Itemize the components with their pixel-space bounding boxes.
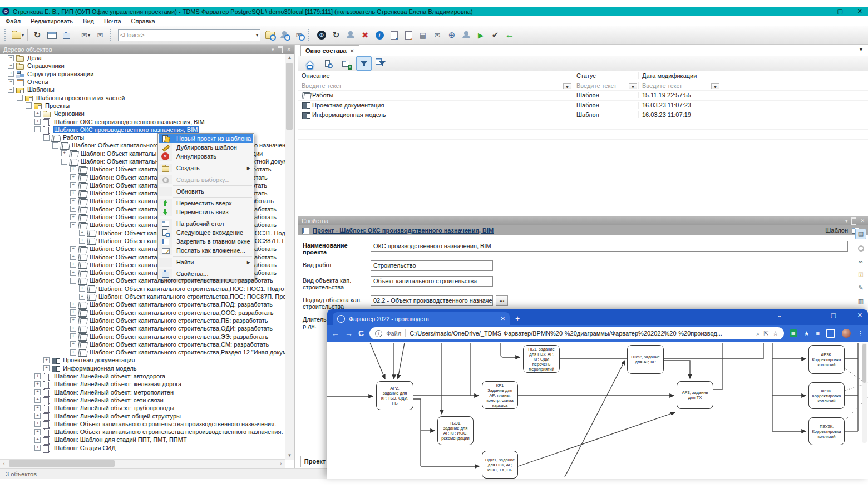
- expander-icon[interactable]: +: [43, 365, 50, 371]
- expander-icon[interactable]: −: [26, 102, 32, 109]
- kebab-menu-icon[interactable]: ⋮: [857, 330, 864, 337]
- tree-item[interactable]: +Шаблон: Объект капитального строительст…: [0, 348, 285, 356]
- refresh-button[interactable]: ↻: [30, 28, 45, 42]
- tree-item[interactable]: +Черновики: [0, 110, 285, 117]
- expander-icon[interactable]: +: [70, 326, 76, 332]
- search-combo[interactable]: <Поиск> ▾: [118, 29, 260, 41]
- browser-maximize-button[interactable]: ▢: [830, 312, 836, 319]
- send-mail-button[interactable]: ✉: [93, 28, 107, 42]
- expander-icon[interactable]: +: [8, 79, 14, 85]
- tree-item[interactable]: −Шаблон: ОКС производственного назначени…: [0, 126, 285, 134]
- tab-composition-window[interactable]: Окно состава ✕: [300, 45, 359, 56]
- expander-icon[interactable]: +: [70, 270, 76, 276]
- expander-icon[interactable]: −: [52, 142, 58, 149]
- toolbar-grip[interactable]: [4, 29, 8, 41]
- tree-item[interactable]: −Шаблоны проектов и их частей: [0, 93, 285, 101]
- expander-icon[interactable]: +: [70, 214, 76, 220]
- browse-button[interactable]: ...: [496, 295, 508, 306]
- expander-icon[interactable]: −: [70, 278, 76, 284]
- reload-button[interactable]: ↻: [329, 28, 343, 42]
- expander-icon[interactable]: −: [61, 159, 67, 165]
- context-menu-item[interactable]: Переместить вверх: [159, 199, 253, 208]
- links-button[interactable]: ∞: [856, 257, 866, 266]
- menu-Файл[interactable]: Файл: [6, 18, 21, 24]
- tab-close-icon[interactable]: ✕: [501, 316, 505, 322]
- close-icon[interactable]: ✕: [860, 218, 865, 224]
- expander-icon[interactable]: +: [70, 182, 76, 188]
- field-value-input[interactable]: ОКС производственного назначения, BIM: [371, 241, 848, 252]
- expander-icon[interactable]: +: [70, 317, 76, 323]
- close-button[interactable]: ✕: [857, 8, 862, 15]
- context-menu-item[interactable]: ✕Аннулировать: [159, 152, 253, 161]
- context-menu-item[interactable]: Найти▶: [159, 258, 253, 267]
- filter-input[interactable]: Введите текст▼: [573, 82, 639, 89]
- filter-dropdown-icon[interactable]: ▼: [563, 83, 571, 89]
- expander-icon[interactable]: −: [8, 87, 14, 93]
- expander-icon[interactable]: +: [70, 341, 76, 347]
- tree-item[interactable]: +Шаблон: Объект капитального строительст…: [0, 420, 285, 428]
- tree-item[interactable]: +Шаблон: Линейный объект: автодорога: [0, 372, 285, 380]
- bookmark-star-icon[interactable]: ☆: [773, 330, 778, 337]
- extensions-puzzle-icon[interactable]: ★: [804, 330, 810, 337]
- expander-icon[interactable]: +: [34, 111, 41, 117]
- tree-item[interactable]: +Шаблон: Объект капитального строительст…: [0, 309, 285, 317]
- filter-input[interactable]: Введите текст▼: [639, 82, 721, 89]
- scroll-down-icon[interactable]: ▼: [285, 452, 294, 460]
- context-menu-item[interactable]: Свойства...: [159, 269, 253, 278]
- expander-icon[interactable]: +: [70, 309, 76, 316]
- comment-button[interactable]: ▤: [416, 28, 430, 42]
- tree-item[interactable]: +Шаблон: Объект капитального строительст…: [0, 324, 285, 332]
- page-info-icon[interactable]: i: [375, 330, 382, 337]
- menu-Почта[interactable]: Почта: [104, 18, 121, 24]
- expander-icon[interactable]: +: [8, 71, 14, 77]
- tree-item[interactable]: +Шаблон: Стадия СИД: [0, 444, 285, 452]
- return-document-button[interactable]: [401, 28, 416, 42]
- filter-button[interactable]: [356, 56, 372, 71]
- browser-close-button[interactable]: ✕: [857, 312, 862, 319]
- tree-item[interactable]: +Проектная документация: [0, 356, 285, 364]
- maximize-button[interactable]: ▢: [837, 8, 842, 15]
- tree-item[interactable]: +Шаблон: Линейный объект общей структуры: [0, 412, 285, 420]
- browser-minimize-button[interactable]: —: [803, 312, 809, 319]
- column-header-date[interactable]: Дата модификации: [639, 72, 721, 79]
- column-header-status[interactable]: Статус: [573, 72, 639, 79]
- expander-icon[interactable]: +: [70, 206, 76, 212]
- browser-forward-icon[interactable]: →: [345, 329, 353, 338]
- new-tab-button[interactable]: +: [515, 314, 520, 323]
- menu-Справка[interactable]: Справка: [131, 18, 155, 24]
- attach-button[interactable]: [59, 28, 73, 42]
- filter-input[interactable]: Введите текст▼: [298, 82, 573, 89]
- tree-item[interactable]: +Шаблон: Объект капитального строительст…: [0, 285, 285, 293]
- expander-icon[interactable]: +: [70, 246, 76, 252]
- tree-item[interactable]: +Шаблон: Линейный объект: метрополитен: [0, 388, 285, 396]
- field-value-input[interactable]: 02.2 - Объект производственного назначен…: [371, 295, 493, 306]
- zoom-icon[interactable]: ⌕: [756, 330, 760, 337]
- scrollbar-thumb[interactable]: [9, 460, 115, 467]
- expander-icon[interactable]: +: [34, 429, 41, 435]
- apply-button[interactable]: ✔: [488, 28, 502, 42]
- tree-item[interactable]: +Шаблон: Объект капитального строительст…: [0, 317, 285, 324]
- context-menu-item[interactable]: Закрепить в главном окне: [159, 237, 253, 246]
- tree-item[interactable]: −Шаблоны: [0, 86, 285, 93]
- table-row[interactable]: Проектная документацияШаблон16.03.23 11:…: [298, 101, 868, 111]
- tree-item[interactable]: +Шаблон: Объект капитального строительст…: [0, 341, 285, 348]
- tree-item[interactable]: +Шаблон: Линейный объект: железная дорог…: [0, 380, 285, 388]
- extension-green-icon[interactable]: ▦: [790, 329, 797, 337]
- take-document-button[interactable]: [387, 28, 401, 42]
- tree-item[interactable]: +Структура организации: [0, 70, 285, 78]
- sign-button[interactable]: ✎: [856, 283, 866, 293]
- zoom-button[interactable]: [856, 243, 866, 253]
- expander-icon[interactable]: +: [34, 119, 41, 125]
- filter-dropdown-icon[interactable]: ▼: [711, 83, 719, 89]
- chevron-down-icon[interactable]: ▾: [272, 47, 274, 52]
- table-row[interactable]: Информационная модельШаблон16.03.23 11:0…: [298, 110, 868, 120]
- user-tasks-button[interactable]: [459, 28, 474, 42]
- expander-icon[interactable]: +: [8, 55, 14, 61]
- context-menu-item[interactable]: Новый проект из шаблона: [159, 134, 253, 143]
- tree-item[interactable]: +Справочники: [0, 62, 285, 70]
- tree-item[interactable]: +Шаблон: Линейный объект: сети связи: [0, 396, 285, 404]
- field-value-input[interactable]: Объект капитального строительства: [371, 276, 493, 287]
- tree-item[interactable]: −Проекты: [0, 102, 285, 110]
- context-menu-item[interactable]: Создать выборку...: [159, 175, 253, 184]
- keys-button[interactable]: ⚿: [856, 270, 866, 279]
